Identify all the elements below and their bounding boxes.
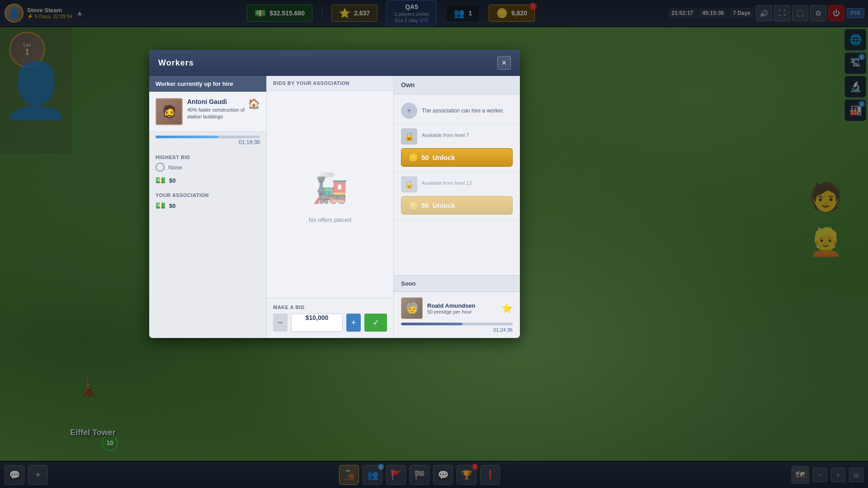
worker-timer-container: 01:19:36 bbox=[149, 132, 266, 149]
bid-amount-input[interactable]: $10,000 bbox=[291, 314, 343, 332]
modal-title: Workers bbox=[158, 58, 194, 68]
unlock-amount-1: 50 bbox=[421, 154, 429, 161]
soon-worker-icon: ⭐ bbox=[501, 303, 513, 314]
assoc-label: YOUR ASSOCIATION bbox=[156, 192, 260, 198]
worker-portrait: 🧔 bbox=[156, 98, 183, 125]
highest-bid-money: $0 bbox=[169, 177, 175, 184]
bid-minus-button[interactable]: − bbox=[273, 314, 288, 332]
unlock-amount-2: 50 bbox=[421, 202, 429, 209]
highest-bid-label: HIGHEST BID bbox=[156, 155, 260, 160]
modal-left-panel: Worker currently up for hire 🧔 Antoni Ga… bbox=[149, 76, 267, 338]
soon-header: Soon bbox=[394, 275, 520, 292]
make-bid-section: MAKE A BID − $10,000 + ✓ bbox=[267, 298, 393, 338]
unlock-coin-icon: 🪙 bbox=[409, 153, 418, 162]
worker-timer-bar bbox=[156, 136, 260, 138]
modal-header: Workers × bbox=[149, 50, 520, 76]
bid-circle-icon bbox=[156, 163, 165, 172]
bids-area: 🚂 No offers placed bbox=[267, 91, 393, 298]
highest-bid-value: None bbox=[168, 164, 182, 171]
highest-bid-row: None bbox=[156, 163, 260, 172]
locked1-label: Available from level 7 bbox=[422, 132, 469, 138]
unlock-coin-icon-2: 🪙 bbox=[409, 201, 418, 210]
unlock-button-1[interactable]: 🪙 50 Unlock bbox=[401, 148, 513, 167]
soon-timer-fill bbox=[401, 323, 462, 325]
worker-timer-fill bbox=[156, 136, 218, 138]
highest-bid-money-row: 💵 $0 bbox=[156, 175, 260, 185]
soon-worker-row: 🧓 Roald Amundsen 50 prestige per hour ⭐ bbox=[401, 297, 513, 319]
unlock-label-1: Unlock bbox=[433, 154, 455, 161]
soon-worker-name: Roald Amundsen bbox=[427, 302, 475, 309]
bid-section: HIGHEST BID None 💵 $0 YOUR ASSOCIATION 💵… bbox=[149, 149, 266, 338]
bid-confirm-button[interactable]: ✓ bbox=[364, 314, 387, 332]
modal-overlay: Workers × Worker currently up for hire 🧔… bbox=[0, 0, 868, 488]
bid-controls: − $10,000 + ✓ bbox=[273, 314, 387, 332]
modal-right-panel: Own + The association can hire a worker.… bbox=[393, 76, 520, 338]
worker-timer-text: 01:19:36 bbox=[156, 139, 260, 145]
modal-center-panel: BIDS BY YOUR ASSOCIATION 🚂 No offers pla… bbox=[267, 76, 393, 338]
assoc-money: $0 bbox=[169, 202, 175, 209]
assoc-money-icon: 💵 bbox=[156, 201, 165, 211]
soon-portrait: 🧓 bbox=[401, 297, 423, 319]
own-hire-text: The association can hire a worker. bbox=[422, 108, 504, 114]
unlock-label-2: Unlock bbox=[433, 202, 455, 209]
own-scroll: + The association can hire a worker. 🔒 A… bbox=[394, 94, 520, 275]
no-offers-text: No offers placed bbox=[309, 216, 351, 223]
train-illustration: 🚂 bbox=[298, 166, 362, 211]
own-hire-icon: + bbox=[401, 103, 417, 119]
own-header: Own bbox=[394, 76, 520, 94]
soon-timer-bar bbox=[401, 323, 513, 325]
soon-card: 🧓 Roald Amundsen 50 prestige per hour ⭐ … bbox=[394, 292, 520, 338]
assoc-money-row: 💵 $0 bbox=[156, 201, 260, 211]
soon-worker-desc: 50 prestige per hour bbox=[427, 309, 475, 314]
workers-modal: Workers × Worker currently up for hire 🧔… bbox=[149, 50, 520, 338]
own-locked-row-1: 🔒 Available from level 7 🪙 50 Unlock bbox=[394, 124, 520, 172]
lock-icon-2: 🔒 bbox=[401, 176, 417, 192]
own-hire-row: + The association can hire a worker. bbox=[394, 98, 520, 124]
own-locked-row-2: 🔒 Available from level 13 🪙 50 Unlock bbox=[394, 172, 520, 220]
unlock-button-2[interactable]: 🪙 50 Unlock bbox=[401, 196, 513, 215]
bids-header: BIDS BY YOUR ASSOCIATION bbox=[267, 76, 393, 91]
modal-close-button[interactable]: × bbox=[497, 56, 511, 70]
hire-header: Worker currently up for hire bbox=[149, 76, 266, 92]
worker-type-icon: 🏠 bbox=[248, 98, 260, 110]
soon-timer-text: 01:24:36 bbox=[401, 327, 513, 333]
lock-icon-1: 🔒 bbox=[401, 128, 417, 145]
modal-body: Worker currently up for hire 🧔 Antoni Ga… bbox=[149, 76, 520, 338]
bid-plus-button[interactable]: + bbox=[346, 314, 361, 332]
make-bid-label: MAKE A BID bbox=[273, 305, 387, 310]
locked2-label: Available from level 13 bbox=[422, 180, 472, 186]
money-icon2: 💵 bbox=[156, 175, 165, 185]
worker-card: 🧔 Antoni Gaudi 40% faster construction o… bbox=[149, 92, 266, 132]
